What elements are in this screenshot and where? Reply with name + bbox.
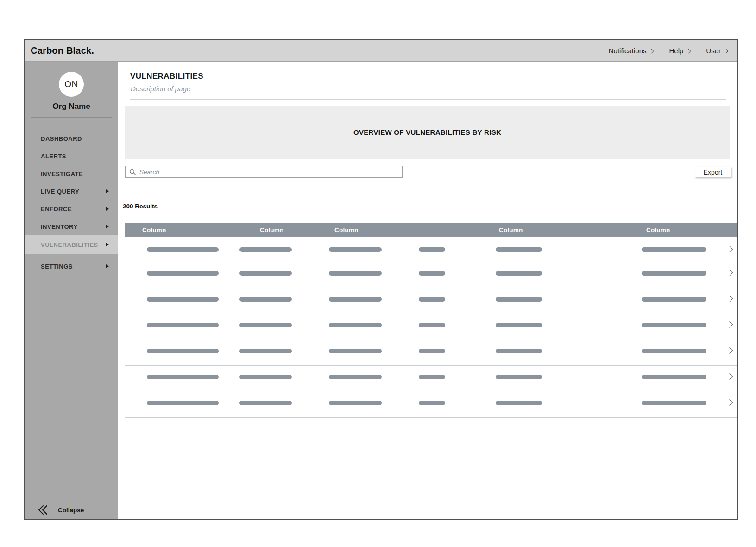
chevron-right-icon (726, 295, 733, 302)
chevron-right-icon (726, 373, 733, 379)
sidebar-item-enforce[interactable]: ENFORCE (25, 200, 118, 218)
placeholder-bar (239, 375, 292, 379)
sidebar-item-investigate[interactable]: INVESTIGATE (25, 165, 118, 182)
placeholder-bar (147, 375, 219, 379)
submenu-arrow-icon (106, 264, 109, 268)
placeholder-bar (147, 401, 219, 405)
user-menu[interactable]: User (706, 47, 728, 55)
collapse-button[interactable]: Collapse (25, 501, 118, 519)
chevron-right-icon (726, 321, 733, 327)
chevron-right-icon (724, 49, 729, 53)
export-button[interactable]: Export (695, 167, 731, 177)
placeholder-bar (239, 247, 292, 252)
chevron-right-icon (687, 49, 691, 53)
placeholder-bar (419, 401, 445, 405)
placeholder-bar (642, 297, 706, 302)
page-title: VULNERABILITIES (130, 72, 726, 81)
placeholder-bar (239, 401, 292, 405)
top-links: Notifications Help User (609, 47, 728, 55)
results-table: Column Column Column Column Column (125, 223, 737, 418)
placeholder-bar (642, 375, 706, 379)
placeholder-bar (329, 375, 382, 379)
search-icon (129, 169, 136, 176)
table-row[interactable] (125, 262, 737, 284)
sidebar-item-live-query[interactable]: LIVE QUERY (25, 182, 118, 200)
notifications-label: Notifications (609, 47, 647, 55)
chevron-right-icon (726, 347, 733, 353)
placeholder-bar (239, 271, 292, 276)
notifications-menu[interactable]: Notifications (609, 47, 654, 55)
placeholder-bar (419, 297, 445, 302)
table-row[interactable] (125, 336, 737, 366)
help-label: Help (669, 47, 683, 55)
placeholder-bar (147, 271, 219, 276)
column-header: Column (260, 226, 284, 233)
sidebar-item-vulnerabilities[interactable]: VULNERABILITIES (25, 235, 118, 254)
column-header: Column (646, 226, 670, 233)
placeholder-bar (239, 297, 292, 302)
risk-overview-banner: OVERVIEW OF VULNERABILITIES BY RISK (125, 106, 730, 159)
placeholder-bar (419, 323, 445, 327)
column-header: Column (334, 226, 358, 233)
table-row[interactable] (125, 314, 737, 336)
placeholder-bar (496, 297, 542, 302)
sidebar-divider (31, 117, 112, 118)
placeholder-bar (329, 271, 382, 276)
placeholder-bar (642, 349, 706, 353)
placeholder-bar (419, 271, 445, 276)
toolbar: Export (125, 166, 731, 178)
placeholder-bar (239, 349, 292, 353)
sidebar-nav: DASHBOARD ALERTS INVESTIGATE LIVE QUERY … (25, 130, 118, 275)
placeholder-bar (329, 401, 382, 405)
sidebar-item-inventory[interactable]: INVENTORY (25, 218, 118, 235)
chevron-right-icon (726, 245, 733, 252)
placeholder-bar (496, 323, 542, 327)
help-menu[interactable]: Help (669, 47, 690, 55)
search-box (125, 166, 403, 178)
submenu-arrow-icon (106, 243, 109, 246)
chevron-right-icon (726, 399, 733, 405)
banner-title: OVERVIEW OF VULNERABILITIES BY RISK (353, 128, 501, 136)
page-description: Description of page (131, 85, 726, 93)
main-content: VULNERABILITIES Description of page OVER… (118, 62, 737, 519)
table-header-row: Column Column Column Column Column (125, 223, 737, 237)
user-label: User (706, 47, 721, 55)
brand-logo: Carbon Black. (31, 45, 94, 56)
placeholder-bar (419, 349, 445, 353)
placeholder-bar (147, 247, 219, 252)
double-chevron-left-icon (37, 504, 49, 516)
submenu-arrow-icon (106, 189, 109, 193)
table-top-divider (125, 214, 737, 214)
placeholder-bar (642, 271, 706, 276)
sidebar-item-dashboard[interactable]: DASHBOARD (25, 130, 118, 147)
placeholder-bar (329, 247, 382, 252)
column-header: Column (499, 226, 523, 233)
chevron-right-icon (649, 49, 654, 53)
placeholder-bar (496, 247, 542, 252)
sidebar-item-alerts[interactable]: ALERTS (25, 147, 118, 165)
app-window: Carbon Black. Notifications Help User ON… (24, 39, 738, 520)
table-row[interactable] (125, 284, 737, 314)
sidebar-item-settings[interactable]: SETTINGS (25, 258, 118, 275)
table-row[interactable] (125, 237, 737, 262)
placeholder-bar (419, 375, 445, 379)
org-avatar: ON (59, 72, 84, 97)
placeholder-bar (147, 323, 219, 327)
placeholder-bar (239, 323, 292, 327)
submenu-arrow-icon (106, 207, 109, 211)
column-header: Column (142, 226, 166, 233)
placeholder-bar (147, 349, 219, 353)
submenu-arrow-icon (106, 225, 109, 228)
chevron-right-icon (726, 269, 733, 276)
placeholder-bar (642, 323, 706, 327)
placeholder-bar (496, 271, 542, 276)
table-row[interactable] (125, 366, 737, 388)
placeholder-bar (419, 247, 445, 252)
placeholder-bar (642, 247, 706, 252)
placeholder-bar (329, 349, 382, 353)
placeholder-bar (329, 297, 382, 302)
search-input[interactable] (139, 169, 398, 176)
placeholder-bar (642, 401, 706, 405)
placeholder-bar (496, 375, 542, 379)
table-row[interactable] (125, 388, 737, 418)
